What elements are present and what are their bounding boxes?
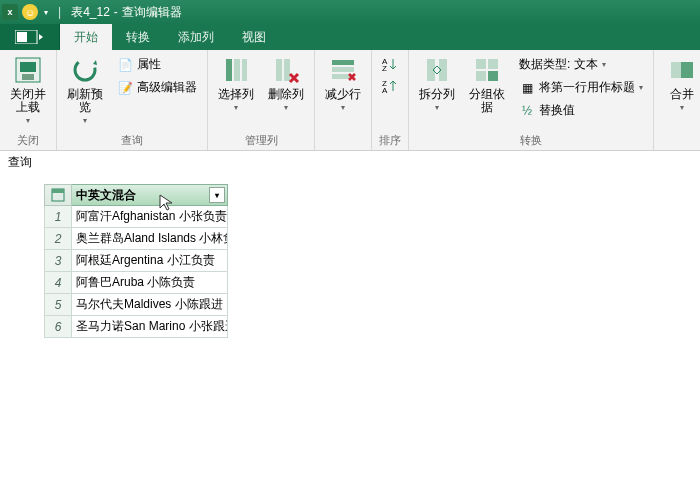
advanced-editor-label: 高级编辑器	[137, 79, 197, 96]
group-combine: 合并 ▾	[654, 50, 700, 150]
table-row[interactable]: 5马尔代夫Maldives 小陈跟进	[44, 294, 228, 316]
table-icon	[51, 188, 65, 202]
refresh-label: 刷新预览	[63, 88, 107, 114]
tab-start[interactable]: 开始	[60, 24, 112, 50]
refresh-preview-button[interactable]: 刷新预览 ▾	[63, 54, 107, 127]
group-manage-columns: 选择列 ▾ 删除列 ▾ 管理列	[208, 50, 315, 150]
document-title: 表4_12	[71, 4, 110, 21]
combine-label: 合并	[670, 88, 694, 101]
table-row[interactable]: 4阿鲁巴Aruba 小陈负责	[44, 272, 228, 294]
svg-rect-18	[427, 59, 435, 81]
svg-text:A: A	[382, 86, 388, 94]
titlebar: x ☺ ▾ | 表4_12 - 查询编辑器	[0, 0, 700, 24]
chevron-down-icon: ▾	[215, 191, 219, 200]
title-dash: -	[114, 5, 118, 19]
remove-columns-label: 删除列	[268, 88, 304, 101]
svg-rect-19	[439, 59, 447, 81]
sort-asc-icon: AZ	[382, 56, 398, 72]
group-transform: 拆分列 ▾ 分组依据 数据类型: 文本 ▾ ▦ 将第一行	[409, 50, 654, 150]
datatype-label: 数据类型: 文本	[519, 56, 598, 73]
group-by-button[interactable]: 分组依据	[465, 54, 509, 114]
cell[interactable]: 阿富汗Afghanistan 小张负责	[72, 206, 228, 228]
row-number[interactable]: 4	[44, 272, 72, 294]
dropdown-icon: ▾	[26, 114, 30, 127]
cell[interactable]: 马尔代夫Maldives 小陈跟进	[72, 294, 228, 316]
column-header-label: 中英文混合	[76, 187, 136, 204]
group-reduce-label	[321, 134, 365, 148]
qat-dropdown-icon[interactable]: ▾	[40, 8, 52, 17]
cell[interactable]: 奥兰群岛Aland Islands 小林负责	[72, 228, 228, 250]
title-separator: |	[58, 5, 61, 19]
group-by-label: 分组依据	[465, 88, 509, 114]
excel-icon: x	[2, 4, 18, 20]
group-combine-label	[660, 134, 700, 148]
combine-button[interactable]: 合并 ▾	[660, 54, 700, 114]
file-menu-button[interactable]	[0, 24, 60, 50]
table-corner-button[interactable]	[44, 184, 72, 206]
data-grid: 中英文混合 ▾ 1阿富汗Afghanistan 小张负责2奥兰群岛Aland I…	[44, 184, 228, 338]
group-managecol-label: 管理列	[214, 131, 308, 148]
table-row[interactable]: 1阿富汗Afghanistan 小张负责	[44, 206, 228, 228]
svg-rect-22	[476, 71, 486, 81]
cell[interactable]: 圣马力诺San Marino 小张跟进	[72, 316, 228, 338]
cell[interactable]: 阿鲁巴Aruba 小陈负责	[72, 272, 228, 294]
advanced-editor-icon: 📝	[117, 80, 133, 96]
queries-panel: 查询	[0, 150, 40, 175]
tab-addcolumn[interactable]: 添加列	[164, 24, 228, 50]
dropdown-icon: ▾	[639, 83, 643, 92]
first-row-headers-label: 将第一行用作标题	[539, 79, 635, 96]
row-number[interactable]: 3	[44, 250, 72, 272]
svg-rect-7	[234, 59, 240, 81]
svg-rect-12	[332, 67, 354, 72]
table-row[interactable]: 2奥兰群岛Aland Islands 小林负责	[44, 228, 228, 250]
group-sort-label: 排序	[378, 131, 402, 148]
datatype-button[interactable]: 数据类型: 文本 ▾	[515, 54, 647, 75]
column-filter-button[interactable]: ▾	[209, 187, 225, 203]
replace-values-button[interactable]: ½ 替换值	[515, 100, 647, 121]
sort-asc-button[interactable]: AZ	[378, 54, 402, 74]
reduce-rows-button[interactable]: 减少行 ▾	[321, 54, 365, 114]
replace-label: 替换值	[539, 102, 575, 119]
row-number[interactable]: 2	[44, 228, 72, 250]
group-by-icon	[471, 54, 503, 86]
table-row[interactable]: 3阿根廷Argentina 小江负责	[44, 250, 228, 272]
dropdown-icon: ▾	[83, 114, 87, 127]
reduce-rows-label: 减少行	[325, 88, 361, 101]
split-column-label: 拆分列	[419, 88, 455, 101]
svg-rect-3	[20, 62, 36, 72]
table-row[interactable]: 6圣马力诺San Marino 小张跟进	[44, 316, 228, 338]
svg-rect-21	[488, 59, 498, 69]
first-row-headers-button[interactable]: ▦ 将第一行用作标题 ▾	[515, 77, 647, 98]
ribbon-tabs: 开始 转换 添加列 视图	[0, 24, 700, 50]
split-column-button[interactable]: 拆分列 ▾	[415, 54, 459, 114]
row-number[interactable]: 1	[44, 206, 72, 228]
row-number[interactable]: 6	[44, 316, 72, 338]
properties-label: 属性	[137, 56, 161, 73]
app-title: 查询编辑器	[122, 4, 182, 21]
close-load-icon	[12, 54, 44, 86]
group-transform-label: 转换	[415, 131, 647, 148]
remove-columns-button[interactable]: 删除列 ▾	[264, 54, 308, 114]
select-columns-button[interactable]: 选择列 ▾	[214, 54, 258, 114]
dropdown-icon: ▾	[435, 101, 439, 114]
select-columns-icon	[220, 54, 252, 86]
select-columns-label: 选择列	[218, 88, 254, 101]
group-close: 关闭并上载 ▾ 关闭	[0, 50, 57, 150]
properties-button[interactable]: 📄 属性	[113, 54, 201, 75]
svg-rect-27	[52, 189, 64, 193]
sort-desc-button[interactable]: ZA	[378, 76, 402, 96]
replace-icon: ½	[519, 103, 535, 119]
svg-rect-4	[22, 74, 34, 80]
cell[interactable]: 阿根廷Argentina 小江负责	[72, 250, 228, 272]
column-header[interactable]: 中英文混合 ▾	[72, 184, 228, 206]
close-load-label: 关闭并上载	[6, 88, 50, 114]
remove-columns-icon	[270, 54, 302, 86]
svg-rect-23	[488, 71, 498, 81]
row-number[interactable]: 5	[44, 294, 72, 316]
close-and-load-button[interactable]: 关闭并上载 ▾	[6, 54, 50, 127]
smile-icon: ☺	[22, 4, 38, 20]
tab-transform[interactable]: 转换	[112, 24, 164, 50]
advanced-editor-button[interactable]: 📝 高级编辑器	[113, 77, 201, 98]
dropdown-icon: ▾	[341, 101, 345, 114]
tab-view[interactable]: 视图	[228, 24, 280, 50]
